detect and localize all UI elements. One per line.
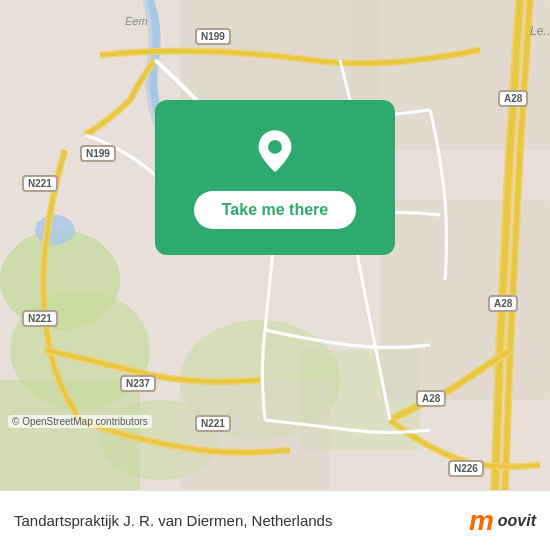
road-label-n237: N237	[120, 375, 156, 392]
svg-rect-11	[380, 200, 550, 400]
map-container: Eem Le... N199 N199 N221 N221 N221 A28 A…	[0, 0, 550, 490]
osm-credit: © OpenStreetMap contributors	[8, 415, 152, 428]
svg-rect-10	[180, 380, 330, 490]
svg-point-15	[268, 140, 282, 154]
road-label-n221-3: N221	[195, 415, 231, 432]
svg-text:Le...: Le...	[530, 24, 550, 38]
road-label-a28-2: A28	[488, 295, 518, 312]
moovit-logo: m oovit	[469, 505, 536, 537]
moovit-m-letter: m	[469, 505, 494, 537]
bottom-bar: Tandartspraktijk J. R. van Diermen, Neth…	[0, 490, 550, 550]
road-label-n199-2: N199	[80, 145, 116, 162]
moovit-text: oovit	[498, 512, 536, 530]
road-label-n221-1: N221	[22, 175, 58, 192]
road-label-n226: N226	[448, 460, 484, 477]
location-card[interactable]: Take me there	[155, 100, 395, 255]
road-label-a28-1: A28	[498, 90, 528, 107]
road-label-a28-3: A28	[416, 390, 446, 407]
road-label-n199-1: N199	[195, 28, 231, 45]
svg-point-7	[35, 215, 75, 245]
svg-text:Eem: Eem	[125, 15, 148, 27]
place-name: Tandartspraktijk J. R. van Diermen, Neth…	[14, 512, 332, 529]
take-me-there-button[interactable]: Take me there	[194, 191, 356, 229]
road-label-n221-2: N221	[22, 310, 58, 327]
location-pin-icon	[249, 127, 301, 179]
